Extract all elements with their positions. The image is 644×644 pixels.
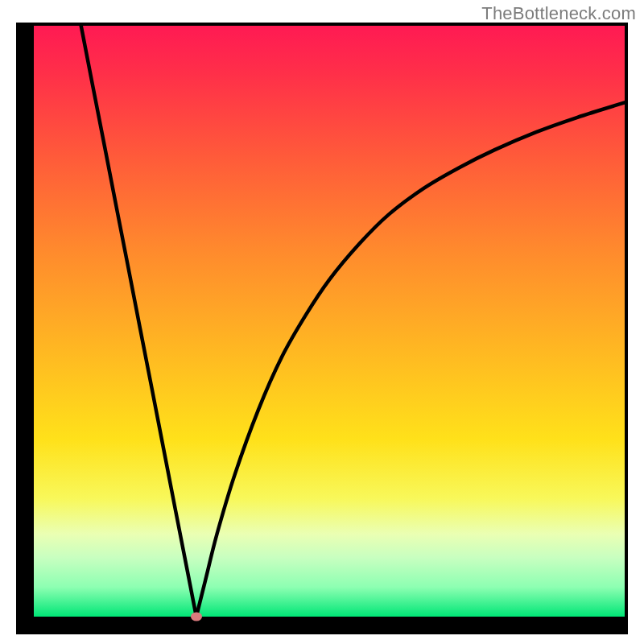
minimum-marker (191, 613, 202, 621)
bottleneck-curve (34, 26, 625, 617)
figure: TheBottleneck.com (0, 0, 644, 644)
curve-right-segment (196, 102, 625, 617)
plot-frame (16, 23, 628, 634)
plot-area (34, 26, 625, 617)
watermark-text: TheBottleneck.com (481, 3, 636, 24)
curve-left-segment (81, 26, 196, 617)
